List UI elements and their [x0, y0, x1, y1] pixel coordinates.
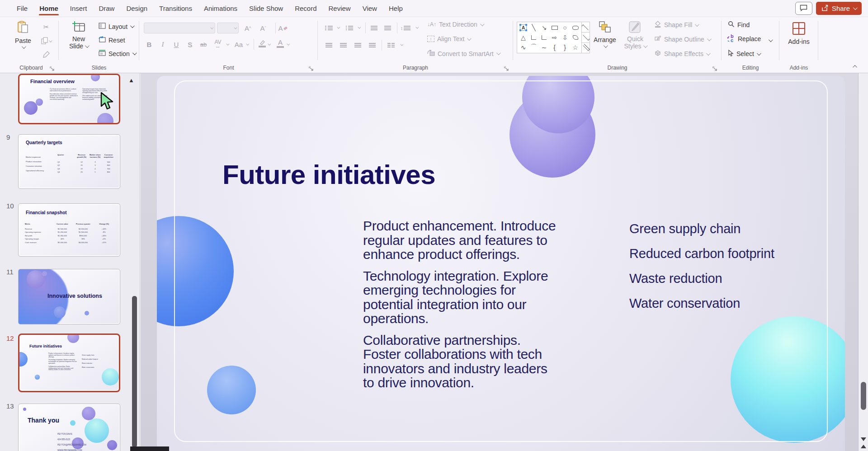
underline-button[interactable]: U [171, 39, 182, 50]
align-text-button[interactable]: ↕ Align Text [427, 35, 470, 42]
menu-transitions[interactable]: Transitions [153, 0, 198, 17]
line-spacing-chevron-icon[interactable] [415, 26, 419, 29]
change-case-button[interactable]: Aa [233, 39, 244, 50]
shape-outline-button[interactable]: Shape Outline [654, 35, 710, 43]
replace-chevron-icon[interactable] [769, 38, 773, 42]
shape-right-arrow[interactable]: ⇨ [549, 33, 560, 42]
clipboard-dialog-launcher[interactable] [50, 66, 55, 71]
slide-bullet-line[interactable]: Water conservation [629, 296, 774, 311]
menu-draw[interactable]: Draw [93, 0, 120, 17]
slide-bullet-line[interactable]: Waste reduction [629, 271, 774, 286]
shape-scribble[interactable]: ∿ [518, 42, 528, 52]
decrease-indent-button[interactable] [368, 23, 379, 33]
quick-styles-button[interactable]: Quick Styles [622, 21, 649, 49]
font-dialog-launcher[interactable] [309, 66, 314, 71]
shape-elbow-connector[interactable] [528, 33, 539, 42]
character-spacing-button[interactable]: AV↔ [212, 39, 223, 50]
shape-snip-corner[interactable] [570, 33, 580, 42]
shrink-font-button[interactable]: Aˇ [258, 23, 269, 33]
highlight-color-button[interactable] [257, 38, 268, 49]
numbering-chevron-icon[interactable] [358, 26, 361, 29]
next-slide-button[interactable] [861, 437, 866, 441]
font-color-chevron-icon[interactable] [287, 42, 290, 46]
paragraph-dialog-launcher[interactable] [504, 66, 509, 71]
clear-formatting-button[interactable]: A [278, 23, 288, 33]
shape-right-brace[interactable]: } [560, 42, 570, 52]
bullets-chevron-icon[interactable] [337, 26, 340, 29]
slide-right-list[interactable]: Green supply chainReduced carbon footpri… [629, 221, 774, 321]
columns-chevron-icon[interactable] [400, 43, 403, 46]
change-case-chevron-icon[interactable] [246, 42, 249, 46]
panel-scroll-up-button[interactable]: ▲ [128, 77, 134, 84]
shape-left-brace[interactable]: { [549, 42, 560, 52]
panel-scrollbar-thumb[interactable] [132, 296, 137, 447]
layout-button[interactable]: Layout [99, 23, 133, 30]
line-spacing-button[interactable]: ↕ [400, 23, 411, 33]
menu-design[interactable]: Design [120, 0, 153, 17]
menu-slide-show[interactable]: Slide Show [243, 0, 289, 17]
section-button[interactable]: Section [99, 50, 136, 57]
shape-line[interactable]: ╲ [528, 23, 539, 33]
slide-paragraph[interactable]: Product enhancement. Introduce regular u… [363, 219, 560, 262]
shape-oval[interactable]: ○ [560, 23, 570, 33]
select-button[interactable]: Select [728, 50, 760, 58]
find-button[interactable]: Find [728, 21, 750, 29]
numbering-button[interactable] [344, 23, 355, 33]
increase-indent-button[interactable] [382, 23, 393, 33]
menu-view[interactable]: View [357, 0, 383, 17]
paste-button[interactable]: Paste [10, 21, 36, 49]
gallery-down-button[interactable] [582, 32, 590, 42]
bullets-button[interactable] [323, 23, 334, 33]
bold-button[interactable]: B [144, 39, 155, 50]
format-painter-button[interactable] [41, 50, 52, 61]
align-right-button[interactable] [352, 40, 363, 51]
strikethrough-button[interactable]: ab [198, 39, 209, 50]
shape-effects-button[interactable]: Shape Effects [654, 50, 709, 58]
reset-button[interactable]: Reset [99, 36, 125, 44]
replace-button[interactable]: b c Replace [728, 35, 761, 42]
font-color-button[interactable]: A [275, 38, 286, 49]
align-left-button[interactable] [323, 40, 334, 51]
arrange-button[interactable]: Arrange [591, 21, 619, 48]
menu-file[interactable]: File [11, 0, 33, 17]
gallery-up-button[interactable] [582, 22, 590, 32]
drawing-dialog-launcher[interactable] [712, 66, 718, 71]
italic-button[interactable]: I [157, 39, 168, 50]
cut-button[interactable]: ✂ [41, 22, 52, 33]
shape-arc[interactable]: ⌒ [528, 42, 539, 52]
share-button[interactable]: Share [816, 2, 862, 15]
font-name-combobox[interactable] [144, 23, 215, 33]
canvas-scrollbar-thumb[interactable] [861, 382, 866, 410]
text-direction-button[interactable]: ↓A↑ Text Direction [427, 21, 483, 28]
character-spacing-chevron-icon[interactable] [226, 42, 229, 46]
comments-button[interactable] [795, 2, 812, 15]
slide-editor[interactable]: Future initiatives Product enhancement. … [157, 76, 845, 451]
slide-paragraph[interactable]: Technology integration. Explore emerging… [363, 269, 560, 326]
menu-review[interactable]: Review [323, 0, 357, 17]
thumbnail-slide-12[interactable]: Future initiatives Product enhancement. … [18, 334, 120, 392]
text-shadow-button[interactable]: S [184, 39, 195, 50]
new-slide-button[interactable]: New Slide [64, 21, 93, 49]
justify-button[interactable] [367, 40, 377, 51]
font-size-combobox[interactable] [217, 23, 239, 33]
shape-rounded-rectangle[interactable] [570, 23, 580, 33]
shape-star[interactable]: ☆ [570, 42, 580, 52]
columns-button[interactable] [386, 40, 396, 51]
addins-button[interactable]: Add-ins [785, 22, 812, 45]
menu-record[interactable]: Record [289, 0, 322, 17]
gallery-more-button[interactable] [582, 42, 590, 53]
copy-button[interactable] [41, 36, 52, 47]
highlight-chevron-icon[interactable] [268, 42, 271, 46]
shape-line-arrow[interactable]: ↘ [539, 23, 549, 33]
thumbnail-slide-11[interactable]: Innovative solutions [18, 269, 120, 324]
shape-elbow-arrow-connector[interactable] [539, 33, 549, 42]
slide-paragraph[interactable]: Collaborative partnerships. Foster colla… [363, 333, 560, 390]
menu-help[interactable]: Help [383, 0, 409, 17]
shape-textbox[interactable]: A [518, 23, 528, 33]
align-center-button[interactable] [338, 40, 349, 51]
collapse-ribbon-button[interactable] [854, 62, 857, 70]
grow-font-button[interactable]: A^ [242, 23, 253, 33]
shape-down-arrow[interactable]: ⇩ [560, 33, 570, 42]
thumbnail-slide-13[interactable]: Thank you PEYTON DAVIS424-555-0123PEYTON… [18, 404, 120, 451]
shape-triangle[interactable]: △ [518, 33, 528, 42]
